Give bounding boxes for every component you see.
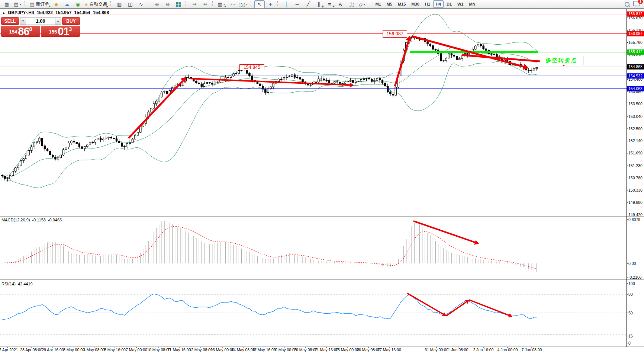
- profiles-icon: ▤: [14, 2, 18, 7]
- templates-button[interactable]: ▦+▾: [216, 0, 226, 8]
- svg-text:11 May 16:00: 11 May 16:00: [168, 348, 191, 352]
- timeframe-w1-button[interactable]: W1: [455, 0, 466, 8]
- caret-down-icon: ▾: [20, 3, 21, 6]
- sell-price[interactable]: 154 86 8: [1, 26, 40, 37]
- new-order-button[interactable]: ▤+新订单: [28, 0, 51, 8]
- svg-text:152.140: 152.140: [628, 138, 643, 143]
- community-icon: ☁: [65, 2, 70, 7]
- timeframe-d1-button[interactable]: D1: [444, 0, 454, 8]
- turning-point-annotation[interactable]: 多空转折点: [540, 56, 583, 65]
- sell-button[interactable]: SELL: [1, 17, 19, 25]
- svg-text:154.063: 154.063: [628, 86, 643, 91]
- svg-text:50: 50: [628, 311, 633, 315]
- timeframe-m15-button[interactable]: M15: [395, 0, 408, 8]
- new-order-icon: ▤: [30, 2, 34, 7]
- signals-icon: ◉: [76, 2, 80, 7]
- svg-text:155.760: 155.760: [628, 40, 643, 45]
- cursor-button[interactable]: ↖: [254, 0, 265, 8]
- svg-text:4 Jun 00:00: 4 Jun 00:00: [498, 348, 518, 352]
- tile-windows-button[interactable]: [173, 0, 184, 8]
- svg-text:7 Jun 08:00: 7 Jun 08:00: [522, 348, 542, 352]
- svg-text:13 May 00:00: 13 May 00:00: [210, 348, 234, 352]
- sell-price-main: 86: [18, 27, 29, 36]
- trendline-icon: ╱: [306, 2, 309, 7]
- svg-text:152.590: 152.590: [628, 127, 643, 131]
- timeframe-m5-button[interactable]: M5: [384, 0, 395, 8]
- one-click-trading-panel: SELL ▼ ▲ BUY 154 86 8 155 01 3: [1, 17, 80, 37]
- notifications-button[interactable]: 1: [633, 1, 640, 8]
- text-label-icon: T: [349, 2, 354, 7]
- svg-text:31 May 00:00: 31 May 00:00: [425, 348, 448, 352]
- line-chart-icon: ∿: [139, 2, 143, 7]
- time-axis[interactable]: 27 Apr 202128 Apr 08:0029 Apr 16:003 May…: [0, 347, 542, 352]
- timeframe-m30-button[interactable]: M30: [409, 0, 422, 8]
- fibonacci-button[interactable]: ≡F: [324, 0, 335, 8]
- timeframe-mn-button[interactable]: MN: [466, 0, 478, 8]
- autotrading-icon-badge: ■: [106, 5, 108, 8]
- svg-text:21 May 16:00: 21 May 16:00: [315, 348, 338, 352]
- symbol-header[interactable]: ▲ GBPJPY-.H4 154.922 154.957 154.854 154…: [2, 10, 109, 15]
- sell-price-prefix: 154: [9, 29, 17, 35]
- period-button[interactable]: ◔▾: [227, 0, 237, 8]
- buy-price[interactable]: 155 01 3: [41, 26, 80, 37]
- svg-text:20 May 08:00: 20 May 08:00: [294, 348, 318, 352]
- timeframe-h1-button[interactable]: H1: [422, 0, 433, 8]
- text-button[interactable]: A: [335, 0, 345, 8]
- auto-scroll-icon: ↦: [193, 2, 197, 7]
- chart-shift-button[interactable]: ↤: [200, 0, 210, 8]
- indicators-button[interactable]: ∿▾: [238, 0, 249, 8]
- svg-text:10 May 08:00: 10 May 08:00: [147, 348, 171, 352]
- price-flag-154.845[interactable]: 154.845: [239, 64, 264, 70]
- svg-text:4 May 08:00: 4 May 08:00: [83, 348, 105, 352]
- quote-open: 154.922: [37, 10, 53, 15]
- channel-button[interactable]: ∥E: [313, 0, 324, 8]
- bar-chart-button[interactable]: ▥: [114, 0, 125, 8]
- trendline-button[interactable]: ╱: [303, 0, 313, 8]
- fibonacci-icon: ≡: [328, 2, 331, 7]
- svg-text:153.500: 153.500: [628, 102, 643, 106]
- shapes-button[interactable]: ◇▾: [357, 0, 367, 8]
- new-chart-button[interactable]: ▦: [1, 0, 12, 8]
- crosshair-button[interactable]: +: [265, 0, 276, 8]
- text-label-button[interactable]: T: [346, 0, 356, 8]
- vertical-line-icon: │: [285, 2, 288, 7]
- search-icon[interactable]: [625, 2, 629, 7]
- indicators-icon: ∿: [239, 2, 245, 7]
- zoom-out-icon: ⊖: [166, 2, 170, 7]
- auto-scroll-button[interactable]: ↦: [189, 0, 200, 8]
- buy-price-main: 01: [58, 27, 69, 36]
- chart-canvas[interactable]: 156.670156.210155.760155.310154.400153.9…: [0, 0, 644, 352]
- line-chart-button[interactable]: ∿: [136, 0, 146, 8]
- zoom-in-button[interactable]: ⊕: [152, 0, 162, 8]
- buy-button[interactable]: BUY: [62, 17, 80, 25]
- metaquotes-icon: ◆: [54, 2, 58, 7]
- autotrading-button[interactable]: ●■自动交易: [83, 0, 109, 8]
- buy-price-sup: 3: [69, 26, 72, 32]
- svg-text:100: 100: [628, 281, 635, 286]
- horizontal-line-button[interactable]: ─: [292, 0, 302, 8]
- svg-text:151.690: 151.690: [628, 151, 643, 155]
- svg-text:-0.2106: -0.2106: [628, 275, 642, 279]
- metaquotes-button[interactable]: ◆: [51, 0, 61, 8]
- signals-button[interactable]: ◉: [73, 0, 83, 8]
- timeframe-h4-button[interactable]: H4: [433, 0, 444, 8]
- channel-icon: ∥: [318, 2, 320, 7]
- toolbar-separator: [110, 1, 112, 7]
- volume-input[interactable]: [26, 17, 55, 25]
- volume-increase-button[interactable]: ▲: [55, 17, 61, 25]
- price-flag-156.087[interactable]: 156.087: [383, 30, 407, 38]
- rsi-label: RSI(14) 42.4419: [1, 282, 33, 286]
- zoom-out-button[interactable]: ⊖: [162, 0, 173, 8]
- toolbar-separator: [186, 1, 187, 7]
- vertical-line-button[interactable]: │: [281, 0, 292, 8]
- timeframe-m1-button[interactable]: M1: [373, 0, 383, 8]
- profiles-button[interactable]: ▤▾: [12, 0, 23, 8]
- collapse-icon[interactable]: ▲: [2, 11, 5, 15]
- svg-text:25 May 00:00: 25 May 00:00: [335, 348, 359, 352]
- community-button[interactable]: ☁: [62, 0, 72, 8]
- svg-text:3 May 00:00: 3 May 00:00: [63, 348, 85, 352]
- volume-decrease-button[interactable]: ▼: [20, 17, 26, 25]
- candlestick-button[interactable]: ◫: [125, 0, 135, 8]
- text-icon: A: [339, 2, 342, 7]
- svg-text:0.6079: 0.6079: [628, 217, 640, 222]
